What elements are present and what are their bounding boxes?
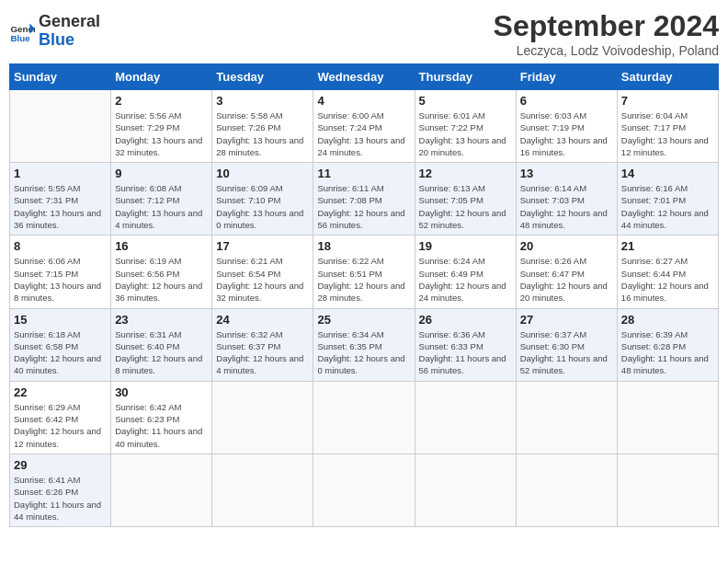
day-info: Sunrise: 6:11 AMSunset: 7:08 PMDaylight:…: [317, 182, 410, 231]
calendar-cell: 5Sunrise: 6:01 AMSunset: 7:22 PMDaylight…: [415, 90, 516, 163]
calendar-cell: 23Sunrise: 6:31 AMSunset: 6:40 PMDayligh…: [111, 308, 212, 381]
day-info: Sunrise: 6:00 AMSunset: 7:24 PMDaylight:…: [317, 109, 410, 158]
calendar-cell: 6Sunrise: 6:03 AMSunset: 7:19 PMDaylight…: [516, 90, 617, 163]
day-number: 10: [216, 167, 309, 180]
day-info: Sunrise: 5:56 AMSunset: 7:29 PMDaylight:…: [115, 109, 208, 158]
day-number: 5: [419, 94, 512, 108]
calendar-cell: 11Sunrise: 6:11 AMSunset: 7:08 PMDayligh…: [313, 163, 415, 236]
calendar-body: 2Sunrise: 5:56 AMSunset: 7:29 PMDaylight…: [10, 90, 719, 527]
day-number: 14: [621, 167, 714, 180]
calendar-row: 1Sunrise: 5:55 AMSunset: 7:31 PMDaylight…: [10, 163, 719, 236]
calendar-cell: 13Sunrise: 6:14 AMSunset: 7:03 PMDayligh…: [516, 163, 617, 236]
calendar-cell: 10Sunrise: 6:09 AMSunset: 7:10 PMDayligh…: [212, 163, 313, 236]
calendar-cell: [313, 381, 415, 454]
day-info: Sunrise: 6:16 AMSunset: 7:01 PMDaylight:…: [621, 182, 714, 231]
day-number: 17: [216, 239, 309, 253]
day-info: Sunrise: 6:34 AMSunset: 6:35 PMDaylight:…: [317, 328, 410, 377]
calendar-cell: 16Sunrise: 6:19 AMSunset: 6:56 PMDayligh…: [111, 236, 212, 308]
day-info: Sunrise: 6:09 AMSunset: 7:10 PMDaylight:…: [216, 182, 309, 231]
calendar-cell: 1Sunrise: 5:55 AMSunset: 7:31 PMDaylight…: [10, 163, 111, 236]
calendar-cell: [313, 454, 415, 526]
calendar-cell: 15Sunrise: 6:18 AMSunset: 6:58 PMDayligh…: [10, 308, 111, 381]
calendar-cell: 20Sunrise: 6:26 AMSunset: 6:47 PMDayligh…: [516, 236, 617, 308]
calendar-cell: [516, 454, 617, 526]
day-info: Sunrise: 6:01 AMSunset: 7:22 PMDaylight:…: [419, 109, 512, 158]
calendar-cell: 30Sunrise: 6:42 AMSunset: 6:23 PMDayligh…: [111, 381, 212, 454]
calendar-row: 22Sunrise: 6:29 AMSunset: 6:42 PMDayligh…: [10, 381, 719, 454]
calendar-row: 2Sunrise: 5:56 AMSunset: 7:29 PMDaylight…: [10, 90, 719, 163]
calendar-cell: [111, 454, 212, 526]
day-number: 15: [14, 313, 107, 327]
day-info: Sunrise: 6:14 AMSunset: 7:03 PMDaylight:…: [520, 182, 613, 231]
calendar-cell: [212, 454, 313, 526]
calendar-cell: 18Sunrise: 6:22 AMSunset: 6:51 PMDayligh…: [313, 236, 415, 308]
day-info: Sunrise: 6:29 AMSunset: 6:42 PMDaylight:…: [14, 401, 107, 450]
calendar-cell: 25Sunrise: 6:34 AMSunset: 6:35 PMDayligh…: [313, 308, 415, 381]
weekday-saturday: Saturday: [617, 64, 718, 90]
svg-text:Blue: Blue: [10, 33, 30, 43]
calendar-cell: [617, 381, 718, 454]
calendar-cell: 2Sunrise: 5:56 AMSunset: 7:29 PMDaylight…: [111, 90, 212, 163]
day-info: Sunrise: 6:39 AMSunset: 6:28 PMDaylight:…: [621, 328, 714, 377]
weekday-sunday: Sunday: [10, 64, 111, 90]
logo-text: General Blue: [39, 13, 100, 50]
day-info: Sunrise: 6:13 AMSunset: 7:05 PMDaylight:…: [419, 182, 512, 231]
title-block: September 2024 Leczyca, Lodz Voivodeship…: [494, 9, 719, 58]
day-number: 1: [14, 167, 107, 180]
day-info: Sunrise: 6:21 AMSunset: 6:54 PMDaylight:…: [216, 255, 309, 304]
weekday-wednesday: Wednesday: [313, 64, 415, 90]
day-number: 20: [520, 239, 613, 253]
day-number: 28: [621, 313, 714, 327]
calendar-cell: [10, 90, 111, 163]
day-number: 13: [520, 167, 613, 180]
day-info: Sunrise: 6:03 AMSunset: 7:19 PMDaylight:…: [520, 109, 613, 158]
day-info: Sunrise: 6:32 AMSunset: 6:37 PMDaylight:…: [216, 328, 309, 377]
weekday-tuesday: Tuesday: [212, 64, 313, 90]
calendar-cell: 26Sunrise: 6:36 AMSunset: 6:33 PMDayligh…: [415, 308, 516, 381]
day-number: 29: [14, 458, 107, 472]
day-number: 8: [14, 239, 107, 253]
day-number: 9: [115, 167, 208, 180]
weekday-monday: Monday: [111, 64, 212, 90]
day-number: 22: [14, 385, 107, 399]
calendar-cell: 29Sunrise: 6:41 AMSunset: 6:26 PMDayligh…: [10, 454, 111, 526]
day-number: 4: [317, 94, 410, 108]
calendar-cell: [212, 381, 313, 454]
day-number: 25: [317, 313, 410, 327]
day-info: Sunrise: 6:36 AMSunset: 6:33 PMDaylight:…: [419, 328, 512, 377]
day-number: 12: [419, 167, 512, 180]
calendar-cell: [415, 381, 516, 454]
day-number: 6: [520, 94, 613, 108]
page-header: General Blue General Blue September 2024…: [9, 9, 719, 58]
day-number: 16: [115, 239, 208, 253]
calendar-row: 29Sunrise: 6:41 AMSunset: 6:26 PMDayligh…: [10, 454, 719, 526]
day-info: Sunrise: 6:37 AMSunset: 6:30 PMDaylight:…: [520, 328, 613, 377]
day-info: Sunrise: 6:41 AMSunset: 6:26 PMDaylight:…: [14, 474, 107, 523]
day-info: Sunrise: 6:42 AMSunset: 6:23 PMDaylight:…: [115, 401, 208, 450]
month-title: September 2024: [494, 9, 719, 43]
calendar-cell: 21Sunrise: 6:27 AMSunset: 6:44 PMDayligh…: [617, 236, 718, 308]
day-number: 26: [419, 313, 512, 327]
day-info: Sunrise: 6:24 AMSunset: 6:49 PMDaylight:…: [419, 255, 512, 304]
day-info: Sunrise: 6:27 AMSunset: 6:44 PMDaylight:…: [621, 255, 714, 304]
day-info: Sunrise: 6:08 AMSunset: 7:12 PMDaylight:…: [115, 182, 208, 231]
calendar-cell: 3Sunrise: 5:58 AMSunset: 7:26 PMDaylight…: [212, 90, 313, 163]
logo: General Blue General Blue: [9, 13, 100, 50]
day-info: Sunrise: 6:31 AMSunset: 6:40 PMDaylight:…: [115, 328, 208, 377]
day-number: 3: [216, 94, 309, 108]
calendar-cell: 28Sunrise: 6:39 AMSunset: 6:28 PMDayligh…: [617, 308, 718, 381]
day-number: 23: [115, 313, 208, 327]
day-number: 11: [317, 167, 410, 180]
weekday-friday: Friday: [516, 64, 617, 90]
day-info: Sunrise: 5:58 AMSunset: 7:26 PMDaylight:…: [216, 109, 309, 158]
calendar-table: SundayMondayTuesdayWednesdayThursdayFrid…: [9, 63, 719, 527]
calendar-cell: [516, 381, 617, 454]
day-number: 30: [115, 385, 208, 399]
day-info: Sunrise: 6:26 AMSunset: 6:47 PMDaylight:…: [520, 255, 613, 304]
calendar-cell: [415, 454, 516, 526]
calendar-cell: 8Sunrise: 6:06 AMSunset: 7:15 PMDaylight…: [10, 236, 111, 308]
weekday-thursday: Thursday: [415, 64, 516, 90]
day-number: 24: [216, 313, 309, 327]
calendar-cell: 9Sunrise: 6:08 AMSunset: 7:12 PMDaylight…: [111, 163, 212, 236]
calendar-row: 8Sunrise: 6:06 AMSunset: 7:15 PMDaylight…: [10, 236, 719, 308]
